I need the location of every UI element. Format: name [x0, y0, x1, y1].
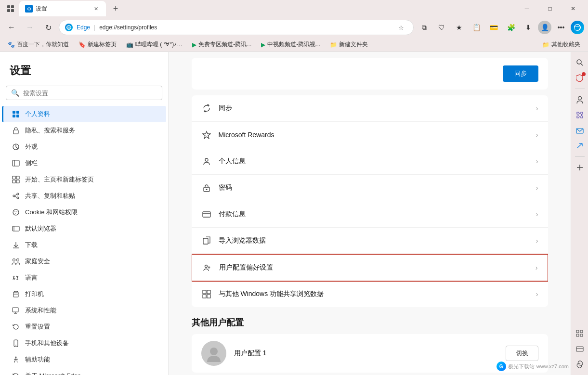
address-bar[interactable]: Edge | edge://settings/profiles ☆: [59, 20, 414, 35]
sidebar-item-privacy[interactable]: 隐私、搜索和服务: [2, 122, 166, 139]
svg-rect-8: [16, 111, 19, 114]
svg-rect-39: [14, 340, 18, 347]
svg-rect-1: [11, 5, 14, 8]
settings-page: 设置 🔍 个人资料 隐私、搜索和服务: [0, 52, 571, 375]
preferences-chevron: ›: [536, 264, 538, 272]
split-screen-button[interactable]: ⧉: [417, 20, 432, 35]
sidebar-item-start[interactable]: 开始、主页和新建标签页: [2, 171, 166, 188]
rewards-label: Microsoft Rewards: [219, 131, 529, 139]
sidebar-item-appearance[interactable]: 外观: [2, 139, 166, 155]
bookmark-baidu-label: 百度一下，你就知道: [17, 40, 69, 49]
favorite-button[interactable]: ☆: [395, 21, 407, 34]
sidebar-reset-label: 重置设置: [25, 323, 50, 331]
address-actions: ☆: [395, 21, 407, 34]
sidebar-item-profile[interactable]: 个人资料: [2, 106, 166, 122]
bookmark-tencent-tv[interactable]: ▶ 中视频频道-腾讯视...: [257, 39, 324, 50]
sidebar-item-accessibility[interactable]: 辅助功能: [2, 351, 166, 368]
sidebar-item-about[interactable]: 关于 Microsoft Edge: [2, 368, 166, 375]
bookmark-tencent-tv-label: 中视频频道-腾讯视...: [267, 40, 320, 49]
tab-close-button[interactable]: ✕: [91, 4, 100, 13]
svg-point-63: [578, 97, 581, 100]
right-panel-search[interactable]: [573, 56, 587, 69]
sidebar-item-mobile[interactable]: 手机和其他设备: [2, 335, 166, 351]
sidebar-item-default-browser[interactable]: 默认浏览器: [2, 220, 166, 237]
bookmark-newtab[interactable]: 🔖 新建标签页: [75, 39, 120, 50]
search-input[interactable]: [23, 90, 157, 97]
settings-item-personal-info[interactable]: 个人信息 ›: [192, 148, 548, 175]
back-button[interactable]: ←: [4, 20, 19, 35]
right-panel-grid[interactable]: [573, 327, 587, 340]
settings-search-box[interactable]: 🔍: [6, 86, 162, 100]
right-panel-person[interactable]: [573, 93, 587, 106]
address-url: edge://settings/profiles: [99, 24, 157, 31]
settings-title: 设置: [0, 60, 168, 86]
active-tab[interactable]: ⚙ 设置 ✕: [19, 1, 106, 16]
profile-button[interactable]: 👤: [538, 21, 551, 34]
bookmark-baidu[interactable]: 🐾 百度一下，你就知道: [4, 39, 73, 50]
right-panel-arrow[interactable]: [573, 139, 587, 153]
forward-button[interactable]: →: [22, 20, 38, 35]
sidebar-language-label: 语言: [25, 273, 38, 282]
svg-point-44: [205, 158, 208, 161]
settings-item-windows-sharing[interactable]: 与其他 Windows 功能共享浏览数据 ›: [192, 281, 548, 307]
sidebar-item-family[interactable]: 家庭安全: [2, 253, 166, 270]
refresh-button[interactable]: ↻: [40, 20, 56, 35]
settings-item-sync[interactable]: 同步 ›: [192, 95, 548, 122]
right-panel-divider-1: [575, 89, 585, 89]
settings-item-passwords[interactable]: 密码 ›: [192, 175, 548, 201]
settings-item-import[interactable]: 导入浏览器数据 ›: [192, 228, 548, 254]
right-panel-link[interactable]: [573, 358, 587, 371]
close-button[interactable]: ✕: [562, 1, 584, 16]
sidebar-item-print[interactable]: 打印机: [2, 286, 166, 302]
nav-bar: ← → ↻ Edge | edge://settings/profiles ☆ …: [0, 17, 588, 38]
sidebar-default-browser-label: 默认浏览器: [25, 224, 56, 233]
bookmark-tencent-vip[interactable]: ▶ 免费专区频道-腾讯...: [188, 39, 255, 50]
settings-item-rewards[interactable]: Microsoft Rewards ›: [192, 122, 548, 148]
sidebar-profile-label: 个人资料: [25, 110, 50, 118]
sidebar-item-downloads[interactable]: 下载: [2, 237, 166, 253]
downloads-panel-button[interactable]: ⬇: [521, 20, 536, 35]
right-panel-add[interactable]: [573, 161, 587, 174]
svg-point-33: [17, 259, 19, 261]
right-panel-shield[interactable]: [573, 71, 587, 85]
more-menu-button[interactable]: •••: [553, 20, 569, 35]
rewards-chevron: ›: [536, 131, 538, 139]
right-panel-outlook[interactable]: [573, 124, 587, 137]
more-bookmarks-icon: 📁: [542, 41, 549, 48]
browser-wallet-button[interactable]: 💳: [486, 20, 501, 35]
settings-item-payment[interactable]: 付款信息 ›: [192, 201, 548, 228]
sidebar-item-share[interactable]: 共享、复制和粘贴: [2, 188, 166, 204]
appearance-icon: [12, 142, 20, 151]
collections-button[interactable]: 📋: [469, 20, 484, 35]
payment-chevron: ›: [536, 210, 538, 218]
tab-list-icon[interactable]: [4, 2, 17, 15]
settings-item-preferences[interactable]: 用户配置偏好设置 ›: [192, 254, 548, 282]
svg-rect-15: [13, 176, 15, 179]
extensions-button[interactable]: 🧩: [503, 20, 519, 35]
sidebar-item-cookies[interactable]: Cookie 和网站权限: [2, 204, 166, 220]
favorites-button[interactable]: ★: [451, 20, 467, 35]
nav-right-actions: ⧉ 🛡 ★ 📋 💳 🧩 ⬇ 👤 •••: [417, 20, 584, 35]
more-bookmarks[interactable]: 📁 其他收藏夹: [538, 39, 584, 50]
sidebar-privacy-label: 隐私、搜索和服务: [25, 126, 75, 135]
switch-profile-button[interactable]: 切换: [506, 346, 538, 361]
right-panel-puzzle[interactable]: [573, 108, 587, 122]
sync-button[interactable]: 同步: [503, 65, 538, 82]
minimize-button[interactable]: ─: [516, 1, 538, 16]
address-brand: Edge: [77, 24, 90, 31]
right-panel-window[interactable]: [573, 342, 587, 356]
browser-essentials-button[interactable]: 🛡: [434, 20, 449, 35]
default-browser-icon: [12, 224, 20, 233]
sidebar-item-system[interactable]: 系统和性能: [2, 302, 166, 319]
svg-rect-16: [16, 176, 19, 179]
svg-rect-71: [576, 347, 583, 351]
bookmark-new-folder[interactable]: 📁 新建文件夹: [326, 39, 372, 50]
maximize-button[interactable]: □: [539, 1, 561, 16]
sidebar-item-language[interactable]: 语言: [2, 270, 166, 286]
sidebar-item-reset[interactable]: 重置设置: [2, 319, 166, 335]
new-tab-button[interactable]: +: [108, 1, 123, 16]
sidebar-item-sidebar[interactable]: 侧栏: [2, 155, 166, 171]
bookmark-bilibili[interactable]: 📺 哔哩哔哩 ( °∀°)ﾉ…: [122, 39, 186, 50]
tab-title: 设置: [36, 5, 89, 13]
start-icon: [12, 175, 20, 184]
